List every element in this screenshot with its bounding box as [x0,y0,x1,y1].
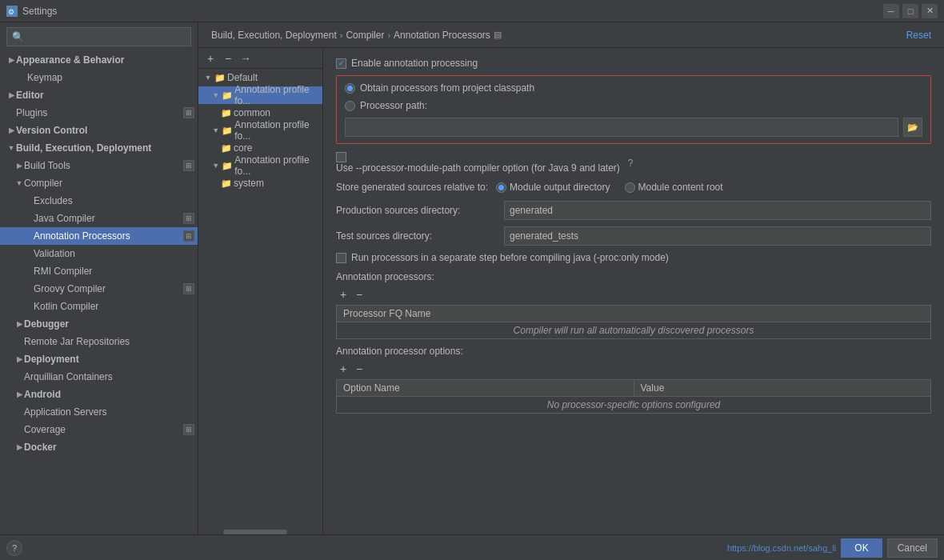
use-processor-module-checkbox[interactable] [336,152,346,162]
breadcrumb-table-icon: ▤ [494,30,502,40]
breadcrumb: Build, Execution, Deployment › Compiler … [211,30,502,41]
sidebar-item-android[interactable]: ▶ Android [0,386,198,403]
processor-path-input[interactable] [345,118,898,137]
folder-icon: 📁 [214,73,226,83]
search-input[interactable] [27,31,186,42]
sidebar-item-label: Kotlin Compiler [34,301,98,312]
profile-item-label: common [234,107,270,118]
sidebar-item-excludes[interactable]: Excludes [0,192,198,210]
profile-item-label: core [234,142,252,154]
add-processor-button[interactable]: + [336,287,350,302]
run-processors-text: Run processors in a separate step before… [351,252,669,263]
add-option-button[interactable]: + [336,362,350,376]
sidebar-item-editor[interactable]: ▶ Editor [0,86,198,104]
move-profile-button[interactable]: → [238,51,253,66]
profile-item-system-sub[interactable]: 📁 system [198,174,322,192]
module-output-label[interactable]: Module output directory [496,182,610,193]
sidebar-item-build-tools[interactable]: ▶ Build Tools ⊞ [0,157,198,174]
use-processor-module-label[interactable]: Use --processor-module-path compiler opt… [336,152,620,174]
profile-item-system[interactable]: ▼ 📁 Annotation profile fo... [198,157,322,174]
sidebar-item-kotlin-compiler[interactable]: Kotlin Compiler [0,298,198,315]
profile-item-label: system [234,178,264,189]
sidebar-item-label: RMI Compiler [34,266,92,277]
module-content-label[interactable]: Module content root [625,182,723,193]
arrow-icon: ▼ [211,91,220,99]
main-layout: 🔍 ▶ Appearance & Behavior Keymap ▶ Edito… [0,22,944,534]
window-title: Settings [22,6,883,17]
add-profile-button[interactable]: + [203,51,218,66]
sidebar-item-remote-jar[interactable]: Remote Jar Repositories [0,333,198,350]
annotation-processors-title: Annotation processors: [336,271,931,282]
enable-annotation-label[interactable]: Enable annotation processing [336,58,478,69]
reset-button[interactable]: Reset [906,30,931,41]
horizontal-scrollbar[interactable] [223,530,287,534]
production-sources-input[interactable] [504,201,931,220]
arrow-icon: ▼ [211,126,220,134]
help-button[interactable]: ? [6,540,22,556]
module-content-radio[interactable] [625,182,635,193]
sidebar-item-annotation-processors[interactable]: Annotation Processors ⊞ [0,227,198,245]
sidebar-item-java-compiler[interactable]: Java Compiler ⊞ [0,210,198,227]
sidebar-item-app-servers[interactable]: Application Servers [0,403,198,421]
sidebar-item-keymap[interactable]: Keymap [0,69,198,86]
help-icon[interactable]: ? [628,158,634,169]
remove-processor-button[interactable]: − [352,287,366,302]
app-icon: ⚙ [6,6,18,17]
sidebar-item-plugins[interactable]: Plugins ⊞ [0,104,198,122]
sidebar-item-docker[interactable]: ▶ Docker [0,438,198,456]
sidebar-item-appearance[interactable]: ▶ Appearance & Behavior [0,51,198,69]
arrow-icon: ▶ [6,91,16,99]
profile-item-core[interactable]: ▼ 📁 Annotation profile fo... [198,122,322,139]
ok-button[interactable]: OK [841,538,882,558]
sidebar-item-groovy-compiler[interactable]: Groovy Compiler ⊞ [0,280,198,298]
option-name-header: Option Name [337,380,634,397]
sidebar-item-label: Appearance & Behavior [16,54,124,66]
remove-profile-button[interactable]: − [221,51,235,66]
obtain-processors-label[interactable]: Obtain processors from project classpath [345,82,534,94]
remove-option-button[interactable]: − [352,362,366,376]
folder-icon: 📁 [222,126,233,136]
arrow-icon: ▶ [14,443,24,451]
use-processor-module-row: Use --processor-module-path compiler opt… [336,152,931,174]
processor-path-label[interactable]: Processor path: [345,100,427,111]
annotation-processor-options-title: Annotation processor options: [336,346,931,357]
run-processors-checkbox[interactable] [336,253,346,263]
folder-icon: 📁 [221,108,232,118]
sidebar-item-label: Version Control [16,125,87,136]
maximize-button[interactable]: □ [902,4,918,18]
use-processor-module-text: Use --processor-module-path compiler opt… [336,162,620,174]
sidebar-item-deployment[interactable]: ▶ Deployment [0,350,198,368]
sidebar-item-version-control[interactable]: ▶ Version Control [0,122,198,139]
enable-annotation-checkbox[interactable] [336,58,346,69]
profile-tree-content: ▼ 📁 Default ▼ 📁 Annotation profile fo...… [198,69,322,526]
sidebar-item-compiler[interactable]: ▼ Compiler [0,174,198,192]
sidebar-tree: ▶ Appearance & Behavior Keymap ▶ Editor … [0,51,198,534]
groovy-badge: ⊞ [183,283,194,294]
test-sources-input[interactable] [504,226,931,246]
sidebar-item-label: Compiler [24,178,62,189]
folder-icon: 📁 [221,178,232,189]
sidebar: 🔍 ▶ Appearance & Behavior Keymap ▶ Edito… [0,22,198,534]
profile-item-common[interactable]: ▼ 📁 Annotation profile fo... [198,86,322,104]
sidebar-item-validation[interactable]: Validation [0,245,198,262]
run-processors-label[interactable]: Run processors in a separate step before… [336,252,669,263]
sidebar-item-build-exec[interactable]: ▼ Build, Execution, Deployment [0,139,198,157]
sidebar-item-label: Android [24,389,61,400]
arrow-icon: ▶ [14,355,24,363]
close-button[interactable]: ✕ [922,4,938,18]
cancel-button[interactable]: Cancel [887,538,938,558]
minimize-button[interactable]: ─ [883,4,899,18]
sidebar-item-debugger[interactable]: ▶ Debugger [0,315,198,333]
processor-fq-name-header: Processor FQ Name [337,306,931,322]
sidebar-item-rmi-compiler[interactable]: RMI Compiler [0,262,198,280]
sidebar-item-arquillian[interactable]: Arquillian Containers [0,368,198,386]
obtain-processors-radio[interactable] [345,83,355,94]
search-box[interactable]: 🔍 [6,27,191,46]
module-output-radio[interactable] [496,182,506,193]
processor-path-radio[interactable] [345,101,355,111]
sidebar-item-label: Coverage [24,424,66,435]
svg-text:⚙: ⚙ [8,8,14,16]
browse-button[interactable]: 📂 [903,118,922,137]
sidebar-item-coverage[interactable]: Coverage ⊞ [0,421,198,438]
profile-item-label: Default [227,72,258,83]
